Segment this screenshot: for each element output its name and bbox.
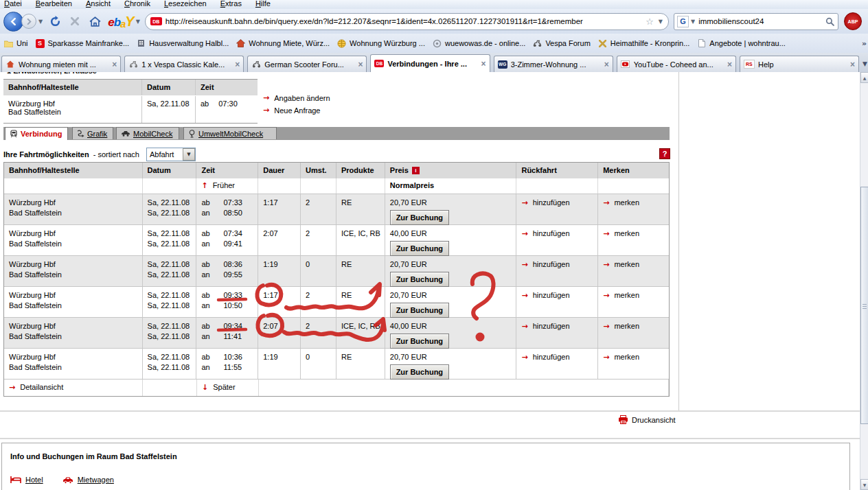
fahrtmoeglichkeiten-title: Ihre Fahrtmöglichkeiten (3, 150, 89, 159)
bookmark-uni[interactable]: Uni (4, 39, 28, 48)
hinzufuegen-link[interactable]: →hinzufügen (521, 290, 597, 301)
content-divider (678, 72, 679, 410)
stop-button[interactable] (67, 14, 82, 29)
merken-link[interactable]: →merken (603, 352, 669, 362)
menu-chronik[interactable]: Chronik (124, 0, 150, 9)
scroll-up-button[interactable]: ▲ (860, 72, 868, 83)
zur-buchung-button[interactable]: Zur Buchung (390, 334, 449, 349)
google-engine-icon[interactable]: G (677, 16, 689, 27)
sparkasse-icon: S (36, 39, 45, 48)
close-icon[interactable]: × (727, 60, 732, 69)
sort-row: Ihre Fahrtmöglichkeiten - sortiert nach … (3, 148, 196, 161)
merken-link[interactable]: →merken (603, 290, 669, 301)
detailansicht-link[interactable]: →Detailansicht (4, 380, 143, 396)
bookmarks-overflow-icon[interactable]: » (862, 39, 867, 48)
sort-select[interactable]: Abfahrt ▼ (146, 148, 196, 161)
hinzufuegen-link[interactable]: →hinzufügen (521, 259, 597, 270)
db-tab-mobilcheck[interactable]: MobilCheck (116, 127, 179, 139)
bookmark-star-icon[interactable]: ☆ (646, 16, 654, 27)
bookmark-wohnung-wuerzburg[interactable]: Wohnung Würzburg ... (337, 39, 425, 48)
tab-wohnung-mieten[interactable]: Wohnung mieten mit ... × (1, 56, 121, 72)
merken-link[interactable]: →merken (603, 259, 669, 270)
zur-buchung-button[interactable]: Zur Buchung (390, 272, 449, 287)
scrollbar-thumb[interactable] (860, 187, 868, 424)
connection-row: Würzburg HbfBad Staffelstein Sa, 22.11.0… (4, 194, 669, 225)
vertical-scrollbar: ▲ ▼ (860, 72, 868, 490)
connection-row: Würzburg HbfBad Staffelstein Sa, 22.11.0… (4, 225, 669, 256)
later-link[interactable]: ↓Später (197, 380, 259, 396)
merken-link[interactable]: →merken (603, 321, 669, 331)
bookmark-wuewowas[interactable]: wuewowas.de - online... (433, 39, 525, 48)
connection-row: Würzburg HbfBad Staffelstein Sa, 22.11.0… (4, 318, 669, 349)
bookmark-wohnung-miete[interactable]: Wohnung Miete, Würz... (236, 39, 330, 48)
tab-verbindungen-active[interactable]: DB Verbindungen - Ihre ... × (370, 54, 490, 72)
menu-bearbeiten[interactable]: Bearbeiten (36, 0, 72, 9)
merken-link[interactable]: →merken (603, 198, 669, 208)
bookmark-vespa-forum[interactable]: Vespa Forum (533, 39, 590, 48)
house-icon (236, 39, 245, 48)
tab-vespa-kalender[interactable]: 1 x Vespa Classic Kale... × (124, 56, 244, 72)
db-tab-grafik[interactable]: Grafik (72, 127, 113, 139)
zur-buchung-button[interactable]: Zur Buchung (390, 303, 449, 318)
angaben-aendern-link[interactable]: → Angaben ändern (263, 93, 330, 102)
browser-window: Datei Bearbeiten Ansicht Chronik Lesezei… (0, 0, 868, 490)
hinzufuegen-link[interactable]: →hinzufügen (521, 198, 597, 208)
merken-link[interactable]: →merken (603, 229, 669, 239)
druckansicht-link[interactable]: Druckansicht (618, 415, 676, 424)
hinzufuegen-link[interactable]: →hinzufügen (521, 352, 597, 362)
adblock-plus-icon[interactable]: ABP (844, 12, 862, 30)
search-magnifier-icon[interactable] (825, 17, 834, 26)
reload-button[interactable] (47, 14, 62, 29)
tab-3-zimmer-wohnung[interactable]: WG 3-Zimmer-Wohnung ... × (494, 56, 613, 72)
zur-buchung-button[interactable]: Zur Buchung (390, 241, 449, 256)
help-button[interactable]: ? (659, 148, 670, 159)
info-box: Info und Buchungen im Raum Bad Staffelst… (1, 443, 850, 490)
history-dropdown-icon[interactable]: ▼ (38, 19, 43, 25)
ebay-logo[interactable]: ebaY (108, 14, 134, 30)
bookmark-sparkasse[interactable]: S Sparkasse Mainfranke... (36, 39, 130, 48)
tab-youtube[interactable]: YouTube - Coheed an... × (617, 56, 736, 72)
url-bar: DB ☆ ▼ (145, 13, 669, 30)
close-icon[interactable]: × (235, 60, 240, 69)
menu-bar: Datei Bearbeiten Ansicht Chronik Lesezei… (0, 0, 868, 9)
price-info-icon[interactable]: i (412, 167, 420, 174)
menu-ansicht[interactable]: Ansicht (86, 0, 111, 9)
close-icon[interactable]: × (850, 60, 855, 69)
mietwagen-link[interactable]: Mietwagen (62, 476, 114, 484)
forward-button[interactable] (21, 14, 36, 29)
menu-extras[interactable]: Extras (220, 0, 242, 9)
bookmark-heimathilfe[interactable]: Heimathilfe - Kronprin... (598, 39, 690, 48)
hinzufuegen-link[interactable]: →hinzufügen (521, 321, 597, 331)
earlier-link[interactable]: ↑Früher (196, 178, 258, 194)
menu-lesezeichen[interactable]: Lesezeichen (164, 0, 207, 9)
neue-anfrage-link[interactable]: → Neue Anfrage (263, 106, 330, 115)
url-dropdown-icon[interactable]: ▼ (659, 19, 663, 25)
menu-datei[interactable]: Datei (4, 0, 22, 9)
scroll-down-button[interactable]: ▼ (860, 479, 868, 490)
bookmark-hausverwaltung[interactable]: Hausverwaltung Halbl... (137, 39, 229, 48)
url-input[interactable] (165, 17, 646, 25)
close-icon[interactable]: × (358, 60, 363, 69)
close-icon[interactable]: × (112, 60, 117, 69)
zur-buchung-button[interactable]: Zur Buchung (390, 364, 449, 380)
reload-icon (49, 16, 61, 27)
hotel-link[interactable]: Hotel (10, 476, 43, 484)
wg-gesucht-favicon: WG (498, 60, 507, 69)
close-icon[interactable]: × (604, 60, 609, 69)
back-button[interactable] (3, 12, 23, 32)
db-tab-umweltmobilcheck[interactable]: UmweltMobilCheck (183, 127, 277, 139)
tab-german-scooter-forum[interactable]: German Scooter Foru... × (247, 56, 367, 72)
tab-list-dropdown-icon[interactable]: ▼ (863, 60, 867, 67)
hinzufuegen-link[interactable]: →hinzufügen (521, 229, 597, 239)
close-icon[interactable]: × (481, 59, 486, 69)
menu-hilfe[interactable]: Hilfe (255, 0, 271, 9)
scooter-icon (128, 60, 138, 69)
db-favicon: DB (374, 60, 384, 67)
home-button[interactable] (87, 14, 102, 29)
db-tab-verbindung[interactable]: Verbindung (5, 127, 68, 140)
tab-help[interactable]: RS Help × (740, 56, 859, 72)
zur-buchung-button[interactable]: Zur Buchung (390, 210, 449, 225)
search-input[interactable] (695, 17, 825, 25)
bookmark-angebote[interactable]: Angebote | wohntrau... (697, 39, 786, 48)
ebay-dropdown-icon[interactable]: ▼ (136, 19, 140, 25)
